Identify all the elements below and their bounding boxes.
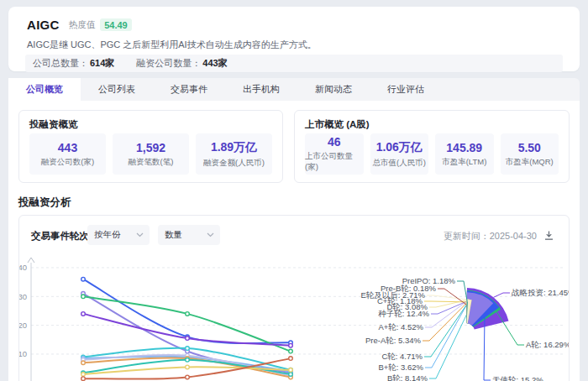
stat-funding-rounds: 1,592 融资笔数(笔) <box>113 133 189 175</box>
stat-funded-companies: 443 融资公司数(家) <box>29 133 106 175</box>
download-icon[interactable] <box>543 229 555 241</box>
header-stats-bar: 公司总数量：614家 融资公司数量：443家 <box>25 55 563 72</box>
svg-text:30: 30 <box>19 292 27 301</box>
svg-text:Pre-A轮: 5.34%: Pre-A轮: 5.34% <box>365 336 422 345</box>
listed-overview-stats: 46 上市公司数量(家) 1.06万亿 总市值(人民币) 145.89 市盈率(… <box>305 133 559 175</box>
analysis-section-title: 投融资分析 <box>18 196 71 210</box>
page-title: AIGC <box>27 18 60 32</box>
svg-text:A轮: 16.29%: A轮: 16.29% <box>526 340 570 349</box>
update-time: 更新时间：2025-04-30 <box>444 230 537 243</box>
funded-companies-stat: 融资公司数量：443家 <box>136 57 227 70</box>
tab-transactions[interactable]: 交易事件 <box>153 78 225 101</box>
tab-company-list[interactable]: 公司列表 <box>81 78 153 101</box>
svg-text:B+轮: 3.62%: B+轮: 3.62% <box>378 363 423 372</box>
listed-overview-title: 上市概览 (A股) <box>305 118 370 131</box>
stat-pe-ltm: 145.89 市盈率(LTM) <box>435 133 494 175</box>
aigc-dashboard-page: { "header": { "title": "AIGC", "heat_lab… <box>0 0 588 381</box>
stat-market-cap: 1.06万亿 总市值(人民币) <box>370 133 429 175</box>
heat-index-label: 热度值 <box>69 19 96 31</box>
funding-overview-title: 投融资概览 <box>29 118 78 131</box>
svg-text:PreIPO: 1.18%: PreIPO: 1.18% <box>402 276 456 285</box>
svg-text:A+轮: 4.52%: A+轮: 4.52% <box>378 322 423 331</box>
metric-filter-value: 数量 <box>165 229 182 241</box>
svg-text:天使轮: 15.2%: 天使轮: 15.2% <box>492 375 543 381</box>
chevron-down-icon <box>136 232 144 237</box>
svg-text:10: 10 <box>19 349 27 358</box>
svg-text:B轮: 8.14%: B轮: 8.14% <box>387 373 428 381</box>
svg-text:20: 20 <box>19 321 27 330</box>
stat-listed-count: 46 上市公司数量(家) <box>305 133 364 175</box>
heat-index-badge: 54.49 <box>100 18 132 31</box>
tab-company-overview[interactable]: 公司概览 <box>8 78 81 101</box>
chevron-down-icon <box>207 232 214 237</box>
industry-description: AIGC是继 UGC、PGC 之后新型利用AI技术自动生成内容的生产方式。 <box>27 39 317 51</box>
listed-overview-card: 上市概览 (A股) 46 上市公司数量(家) 1.06万亿 总市值(人民币) 1… <box>294 110 570 183</box>
svg-text:C轮: 4.71%: C轮: 4.71% <box>381 352 423 361</box>
funding-overview-stats: 443 融资公司数(家) 1,592 融资笔数(笔) 1.89万亿 融资金额(人… <box>29 133 272 175</box>
tab-news[interactable]: 新闻动态 <box>297 78 370 101</box>
header-card: AIGC 热度值 54.49 AIGC是继 UGC、PGC 之后新型利用AI技术… <box>8 7 580 71</box>
chart-area: 10203040战略投资: 21.45%A轮: 16.29%天使轮: 15.2%… <box>19 256 570 381</box>
tab-strip: 公司概览 公司列表 交易事件 出手机构 新闻动态 行业评估 <box>8 78 580 101</box>
tab-industry-rating[interactable]: 行业评估 <box>370 78 442 101</box>
total-companies-stat: 公司总数量：614家 <box>33 57 114 70</box>
stat-pe-mqr: 5.50 市盈率(MQR) <box>501 133 559 175</box>
svg-text:战略投资: 21.45%: 战略投资: 21.45% <box>512 288 570 297</box>
analysis-chart-card: 交易事件轮次分析 按年份 数量 更新时间：2025-04-30 10203040… <box>18 215 570 381</box>
year-filter-value: 按年份 <box>94 229 121 241</box>
tab-investors[interactable]: 出手机构 <box>225 78 297 101</box>
year-filter-dropdown[interactable]: 按年份 <box>87 225 150 245</box>
stat-funding-amount: 1.89万亿 融资金额(人民币) <box>196 133 272 175</box>
svg-text:40: 40 <box>19 263 27 272</box>
transaction-rounds-line-and-pie-chart: 10203040战略投资: 21.45%A轮: 16.29%天使轮: 15.2%… <box>19 256 570 381</box>
metric-filter-dropdown[interactable]: 数量 <box>158 225 220 245</box>
funding-overview-card: 投融资概览 443 融资公司数(家) 1,592 融资笔数(笔) 1.89万亿 … <box>18 110 283 183</box>
title-row: AIGC 热度值 54.49 <box>27 18 132 32</box>
